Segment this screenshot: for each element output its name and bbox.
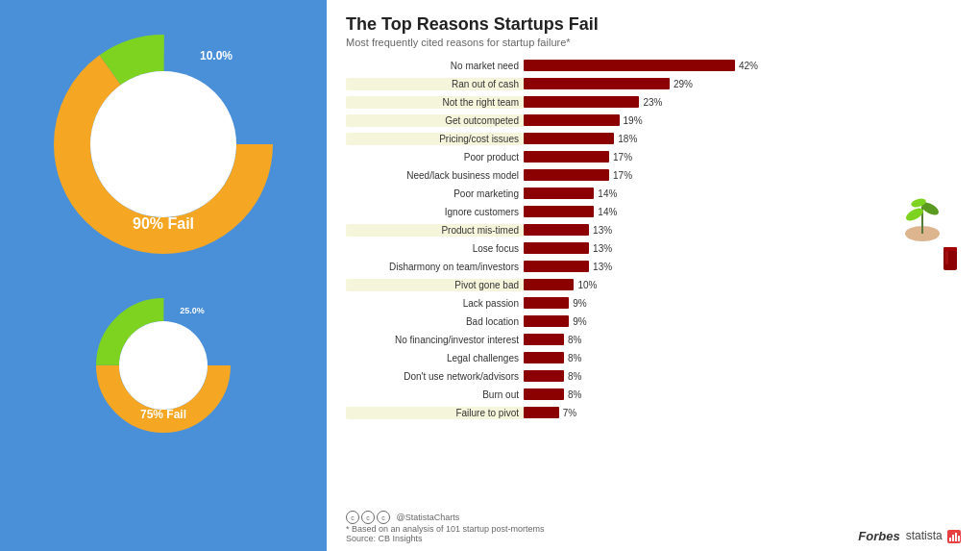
bar-fill (524, 407, 559, 418)
bar-row: Poor product17% (346, 149, 961, 164)
bar-value: 17% (613, 170, 632, 181)
cc-icon-2: c (361, 511, 375, 524)
bar-track: 13% (524, 261, 961, 272)
bar-track: 7% (524, 407, 961, 418)
bar-fill (524, 206, 594, 217)
bar-fill (524, 261, 589, 272)
bar-fill (524, 78, 670, 89)
bar-value: 19% (624, 115, 643, 126)
bar-track: 29% (524, 78, 961, 89)
bar-row: No market need42% (346, 58, 961, 73)
bar-label: Product mis-timed (346, 224, 524, 237)
bar-fill (524, 334, 564, 345)
bar-fill (524, 315, 569, 327)
bar-label: Ignore customers (346, 207, 524, 217)
bar-label: Don't use network/advisors (346, 371, 524, 382)
plant-icon (894, 188, 951, 245)
can-icon (942, 245, 959, 276)
bar-label: Get outcompeted (346, 114, 524, 127)
bar-track: 17% (524, 151, 961, 163)
bar-track: 18% (524, 133, 961, 144)
small-line4: Rate: 25% (140, 379, 186, 389)
bar-track: 9% (524, 297, 961, 309)
bar-track: 8% (524, 388, 961, 400)
bar-label: Pivot gone bad (346, 279, 524, 291)
small-donut-svg: VC-Backed Startup Success Rate: 25% 75% … (86, 288, 240, 442)
statista-icon (947, 530, 961, 543)
center-line2: Success (131, 133, 197, 151)
svg-rect-6 (943, 247, 957, 251)
bar-fill (524, 279, 574, 290)
bar-fill (524, 297, 569, 309)
bar-track: 17% (524, 169, 961, 181)
bar-label: Pricing/cost issues (346, 133, 524, 145)
bar-fill (524, 242, 589, 254)
bar-label: Legal challenges (346, 353, 524, 363)
bar-value: 18% (618, 134, 637, 144)
bar-fill (524, 388, 564, 400)
bar-value: 7% (563, 408, 576, 418)
forbes-brand: Forbes (858, 529, 899, 543)
center-line3: Rate: 10% (124, 153, 202, 171)
bar-label: Need/lack business model (346, 170, 524, 181)
large-donut-container: Startup Success Rate: 10% 90% Fail 10.0% (38, 19, 288, 269)
footer: c c c @StatistaCharts * Based on an anal… (346, 511, 961, 543)
svg-rect-12 (958, 536, 960, 541)
success-percent-small: 25.0% (180, 306, 205, 315)
bar-value: 8% (568, 353, 581, 363)
bar-fill (524, 370, 564, 382)
small-donut-container: VC-Backed Startup Success Rate: 25% 75% … (86, 288, 240, 442)
bar-row: Poor marketing14% (346, 186, 961, 201)
bar-value: 8% (568, 389, 581, 400)
bar-row: No financing/investor interest8% (346, 332, 961, 347)
bar-row: Burn out8% (346, 387, 961, 402)
bar-value: 29% (674, 79, 693, 89)
cc-icons: c c c (346, 511, 390, 524)
bar-label: Disharmony on team/investors (346, 262, 524, 272)
bar-label: No market need (346, 61, 524, 71)
bar-row: Failure to pivot7% (346, 405, 961, 420)
chart-subtitle: Most frequently cited reasons for startu… (346, 37, 961, 48)
footer-left: c c c @StatistaCharts * Based on an anal… (346, 511, 545, 543)
footer-source: Source: CB Insights (346, 534, 545, 543)
cc-row: c c c @StatistaCharts (346, 511, 545, 524)
large-donut-svg: Startup Success Rate: 10% 90% Fail 10.0% (38, 19, 288, 269)
bar-row: Bad location9% (346, 313, 961, 329)
small-line2: Startup (147, 354, 181, 364)
bar-row: Get outcompeted19% (346, 113, 961, 128)
bar-chart: No market need42%Ran out of cash29%Not t… (346, 58, 961, 420)
svg-rect-7 (945, 251, 948, 264)
bar-fill (524, 169, 609, 181)
bar-value: 17% (613, 152, 632, 163)
footer-note: * Based on an analysis of 101 startup po… (346, 524, 545, 534)
chart-title: The Top Reasons Startups Fail (346, 14, 961, 35)
bar-row: Pivot gone bad10% (346, 277, 961, 292)
center-line1: Startup (135, 113, 192, 131)
bar-label: Poor product (346, 152, 524, 163)
bar-value: 14% (598, 207, 617, 217)
bar-track: 10% (524, 279, 961, 290)
bar-value: 13% (593, 262, 612, 272)
bar-row: Pricing/cost issues18% (346, 131, 961, 146)
bar-row: Ignore customers14% (346, 204, 961, 219)
bar-track: 8% (524, 334, 961, 345)
bar-fill (524, 188, 594, 199)
bar-label: Lack passion (346, 298, 524, 309)
svg-rect-9 (949, 538, 951, 541)
bar-fill (524, 96, 639, 108)
statista-charts-label: @StatistaCharts (397, 513, 460, 522)
bar-row: Lack passion9% (346, 295, 961, 311)
small-line3: Success (144, 366, 184, 377)
bar-row: Disharmony on team/investors13% (346, 259, 961, 274)
bar-row: Lose focus13% (346, 240, 961, 256)
bar-row: Need/lack business model17% (346, 167, 961, 183)
bar-value: 14% (598, 188, 617, 199)
bar-label: Burn out (346, 389, 524, 400)
left-panel: Startup Success Rate: 10% 90% Fail 10.0%… (0, 0, 327, 551)
bar-fill (524, 114, 620, 126)
fail-text-small: 75% Fail (140, 408, 186, 421)
small-line1: VC-Backed (138, 341, 189, 352)
bar-row: Ran out of cash29% (346, 76, 961, 91)
bar-fill (524, 60, 735, 71)
bar-label: Ran out of cash (346, 78, 524, 90)
